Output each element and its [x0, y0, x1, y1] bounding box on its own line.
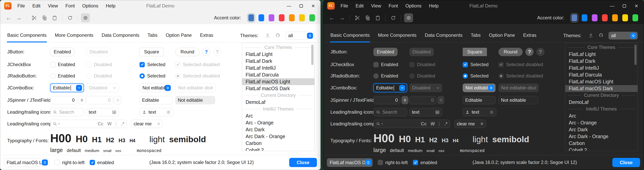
checkbox-selected[interactable]: Selected: [463, 62, 488, 67]
text-input-with-user[interactable]: text: [140, 108, 173, 116]
accent-swatch-purple[interactable]: [269, 14, 274, 21]
calendar-icon[interactable]: [112, 110, 116, 114]
menu-view[interactable]: View: [48, 3, 58, 9]
menu-file[interactable]: File: [18, 3, 25, 9]
theme-item-flatlaf-darcula[interactable]: FlatLaf Darcula: [242, 71, 314, 78]
theme-item-cobalt-2[interactable]: Cobalt 2: [565, 147, 638, 151]
menu-options[interactable]: Options: [82, 3, 98, 9]
regex-button[interactable]: .*: [444, 121, 448, 127]
whole-words-button[interactable]: W: [430, 121, 435, 127]
search-input[interactable]: Search: [50, 108, 84, 116]
enabled-button[interactable]: Enabled: [374, 48, 398, 56]
tab-data-components[interactable]: Data Components: [102, 33, 139, 42]
theme-item-arc-dark[interactable]: Arc Dark: [565, 126, 638, 133]
combobox-editable[interactable]: Editable: [374, 84, 407, 92]
copy-button[interactable]: [363, 13, 372, 22]
checkbox-enabled[interactable]: Enabled: [50, 62, 75, 67]
spinner[interactable]: 0: [374, 96, 408, 104]
tab-option-pane[interactable]: Option Pane: [166, 33, 192, 42]
theme-item-arc[interactable]: Arc: [565, 112, 638, 119]
tab-option-pane[interactable]: Option Pane: [489, 33, 515, 42]
theme-item-flatlaf-light[interactable]: FlatLaf Light: [565, 51, 638, 58]
tab-extras[interactable]: Extras: [523, 33, 536, 42]
themes-filter-combobox[interactable]: all: [608, 32, 638, 40]
menu-options[interactable]: Options: [406, 3, 422, 9]
accent-swatch-default[interactable]: [248, 14, 254, 21]
radio-selected[interactable]: Selected: [140, 73, 165, 79]
round-button[interactable]: Round: [498, 48, 523, 56]
clear-icon[interactable]: ×: [157, 121, 160, 127]
accent-swatch-default[interactable]: [572, 14, 577, 21]
tab-more-components[interactable]: More Components: [55, 33, 93, 42]
square-button[interactable]: Square: [463, 48, 487, 56]
text-input-with-user[interactable]: text: [463, 108, 496, 116]
menu-font[interactable]: Font: [66, 3, 75, 9]
search-with-options-input[interactable]: Cc W .*: [50, 120, 127, 128]
theme-item-demolaf[interactable]: DemoLaf: [565, 99, 638, 106]
theme-item-arc-dark-orange[interactable]: Arc Dark - Orange: [565, 133, 638, 140]
help-button[interactable]: ?: [526, 48, 534, 56]
tab-basic-components[interactable]: Basic Components: [330, 33, 370, 42]
theme-item-carbon[interactable]: Carbon: [565, 140, 638, 147]
accent-swatch-red[interactable]: [602, 14, 608, 21]
accent-swatch-yellow[interactable]: [622, 14, 628, 21]
close-window-button[interactable]: ×: [307, 0, 319, 12]
paste-button[interactable]: [373, 13, 382, 22]
download-themes-button[interactable]: [588, 33, 594, 39]
refresh-button[interactable]: [389, 13, 398, 22]
menu-edit[interactable]: Edit: [356, 3, 364, 9]
accent-swatch-green[interactable]: [632, 14, 638, 21]
calendar-icon[interactable]: [435, 110, 440, 114]
menu-file[interactable]: File: [340, 3, 348, 9]
maximize-button[interactable]: [295, 0, 307, 12]
minimize-button[interactable]: —: [283, 0, 295, 12]
inspect-eye-toggle-button[interactable]: [81, 13, 90, 22]
match-case-button[interactable]: Cc: [98, 121, 103, 127]
radio-selected[interactable]: Selected: [463, 73, 488, 79]
accent-swatch-yellow[interactable]: [299, 14, 305, 21]
combobox-editable[interactable]: Editable: [50, 84, 84, 92]
theme-item-demolaf[interactable]: DemoLaf: [242, 99, 314, 106]
theme-item-flatlaf-macos-dark[interactable]: FlatLaf macOS Dark: [242, 85, 314, 92]
enabled-checkbox[interactable]: enabled: [413, 160, 437, 165]
forward-button[interactable]: →: [14, 13, 23, 22]
search-input[interactable]: Search: [374, 108, 407, 116]
theme-item-flatlaf-macos-light[interactable]: FlatLaf macOS Light: [565, 78, 638, 85]
spinner-field[interactable]: 0: [50, 96, 77, 104]
theme-item-arc[interactable]: Arc: [242, 112, 314, 119]
github-button[interactable]: [275, 33, 280, 39]
accent-swatch-purple[interactable]: [592, 14, 598, 21]
combobox-not-editable[interactable]: Not editable: [140, 84, 172, 92]
theme-item-arc-dark[interactable]: Arc Dark: [242, 126, 314, 133]
spinner-up-down-buttons[interactable]: [78, 96, 85, 104]
search-with-options-input[interactable]: Cc W .*: [374, 120, 450, 128]
refresh-button[interactable]: [66, 13, 74, 22]
menu-view[interactable]: View: [371, 3, 381, 9]
list-icon[interactable]: [166, 110, 170, 114]
back-button[interactable]: ←: [327, 13, 336, 22]
cut-button[interactable]: [30, 13, 39, 22]
checkbox-enabled[interactable]: Enabled: [374, 62, 398, 67]
menu-help[interactable]: Help: [429, 3, 438, 9]
right-to-left-checkbox[interactable]: right-to-left: [54, 160, 84, 165]
text-input-with-calendar[interactable]: text: [409, 108, 442, 116]
theme-item-arc-dark-orange[interactable]: Arc Dark - Orange: [242, 133, 314, 140]
menu-edit[interactable]: Edit: [32, 3, 40, 9]
combobox-not-editable[interactable]: Not editable: [463, 84, 496, 92]
editable-textfield[interactable]: Editable: [140, 96, 172, 104]
close-button[interactable]: Close: [289, 158, 317, 167]
paste-button[interactable]: [50, 13, 59, 22]
regex-button[interactable]: .*: [121, 121, 124, 127]
laf-combobox[interactable]: FlatLaf macOS Li...: [4, 158, 50, 167]
radio-enabled[interactable]: Enabled: [50, 73, 75, 79]
close-window-button[interactable]: ×: [630, 0, 642, 12]
forward-button[interactable]: →: [338, 13, 346, 22]
spinner-up-down-buttons[interactable]: [402, 96, 408, 104]
copy-button[interactable]: [40, 13, 49, 22]
editable-textfield[interactable]: Editable: [463, 96, 496, 104]
theme-item-flatlaf-darcula[interactable]: FlatLaf Darcula: [565, 71, 638, 78]
menu-help[interactable]: Help: [106, 3, 115, 9]
github-button[interactable]: [598, 33, 604, 39]
download-themes-button[interactable]: [265, 33, 270, 39]
themes-scrollbar-thumb[interactable]: [634, 45, 636, 65]
